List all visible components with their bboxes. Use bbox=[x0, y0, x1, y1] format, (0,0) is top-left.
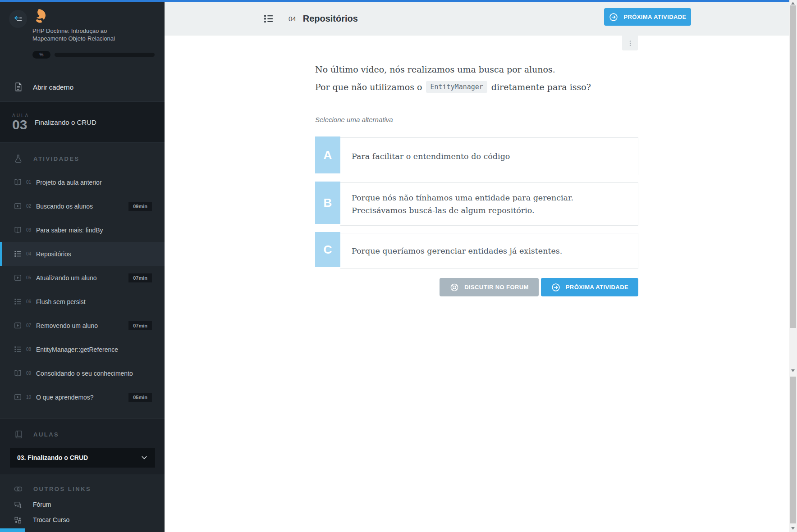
next-activity-label: PRÓXIMA ATIVIDADE bbox=[566, 284, 628, 291]
scrollbar-thumb[interactable] bbox=[790, 5, 796, 328]
activity-item-08[interactable]: 08 EntityManager::getReference bbox=[0, 337, 165, 361]
video-icon bbox=[14, 321, 22, 330]
video-icon bbox=[14, 202, 22, 210]
forum-icon bbox=[14, 500, 22, 509]
activity-label: Projeto da aula anterior bbox=[36, 179, 102, 186]
alternative-c[interactable]: C Porque queríamos gerenciar entidades j… bbox=[315, 232, 638, 270]
question-prefix: Por que não utilizamos o bbox=[315, 82, 422, 92]
activity-label: EntityManager::getReference bbox=[36, 346, 118, 353]
course-title-line2: Mapeamento Objeto-Relacional bbox=[32, 35, 150, 42]
activity-number: 06 bbox=[26, 299, 33, 304]
activity-type-list-icon bbox=[263, 13, 274, 24]
aulas-header-label: AULAS bbox=[33, 431, 59, 438]
activity-number: 07 bbox=[26, 323, 33, 328]
activity-number: 04 bbox=[26, 251, 33, 256]
alternative-b[interactable]: B Porque nós não tínhamos uma entidade p… bbox=[315, 182, 638, 227]
activity-label: Removendo um aluno bbox=[36, 322, 98, 329]
lifebuoy-icon bbox=[449, 282, 459, 292]
activity-number: 01 bbox=[26, 180, 33, 185]
next-activity-button-bottom[interactable]: PRÓXIMA ATIVIDADE bbox=[541, 278, 638, 296]
lesson-select-dropdown[interactable]: 03. Finalizando o CRUD bbox=[10, 448, 155, 468]
activity-item-02[interactable]: 02 Buscando os alunos 09min bbox=[0, 194, 165, 218]
scrollbar-thumb-lower[interactable] bbox=[790, 377, 796, 523]
course-title: PHP Doctrine: Introdução ao Mapeamento O… bbox=[32, 27, 150, 42]
scroll-up-arrow[interactable] bbox=[791, 2, 795, 5]
chevron-down-icon bbox=[141, 454, 148, 461]
duration-badge: 07min bbox=[128, 273, 152, 282]
activity-item-04-selected[interactable]: 04 Repositórios bbox=[0, 242, 165, 266]
bottom-accent-sliver bbox=[0, 528, 25, 532]
activity-item-10[interactable]: 10 O que aprendemos? 05min bbox=[0, 385, 165, 409]
links-icon bbox=[14, 484, 23, 494]
open-notebook-label: Abrir caderno bbox=[33, 83, 73, 91]
sidebar-item-trocar-curso[interactable]: Trocar Curso bbox=[0, 512, 165, 527]
inline-code-chip: EntityManager bbox=[426, 81, 487, 93]
activity-item-03[interactable]: 03 Para saber mais: findBy bbox=[0, 218, 165, 242]
activity-label: Para saber mais: findBy bbox=[36, 227, 103, 234]
activities-header-label: ATIVIDADES bbox=[33, 155, 80, 162]
duration-badge: 09min bbox=[128, 202, 152, 211]
sidebar-collapse-button[interactable] bbox=[9, 10, 27, 28]
activity-label: Consolidando o seu conhecimento bbox=[36, 370, 133, 377]
discuss-forum-label: DISCUTIR NO FORUM bbox=[464, 284, 529, 291]
activity-header-bar: 04 Repositórios PRÓXIMA ATIVIDADE bbox=[165, 2, 789, 36]
next-activity-button-top[interactable]: PRÓXIMA ATIVIDADE bbox=[604, 8, 691, 26]
question-text-line1: No último vídeo, nós realizamos uma busc… bbox=[315, 64, 555, 74]
lesson-select-value: 03. Finalizando o CRUD bbox=[17, 454, 141, 461]
list-icon bbox=[14, 250, 22, 258]
duration-badge: 05min bbox=[128, 393, 152, 402]
activity-label: O que aprendemos? bbox=[36, 394, 94, 401]
forum-label: Fórum bbox=[33, 501, 51, 508]
activities-list: 01 Projeto da aula anterior 02 Buscando … bbox=[0, 170, 165, 409]
next-activity-label: PRÓXIMA ATIVIDADE bbox=[623, 14, 686, 20]
current-lesson-block: AULA 03 Finalizando o CRUD bbox=[0, 101, 165, 143]
arrow-right-circle-icon bbox=[609, 12, 618, 22]
book-open-icon bbox=[14, 369, 22, 377]
alternative-text: Para facilitar o entendimento do código bbox=[340, 137, 638, 175]
discuss-forum-button[interactable]: DISCUTIR NO FORUM bbox=[440, 278, 539, 296]
alternative-letter: C bbox=[315, 232, 340, 267]
flask-icon bbox=[14, 154, 23, 164]
activity-label: Buscando os alunos bbox=[36, 203, 93, 210]
activity-item-01[interactable]: 01 Projeto da aula anterior bbox=[0, 170, 165, 194]
alternative-text-value: Para facilitar o entendimento do código bbox=[352, 150, 510, 163]
alternative-a[interactable]: A Para facilitar o entendimento do códig… bbox=[315, 136, 638, 176]
activity-number: 08 bbox=[26, 347, 33, 352]
activity-item-05[interactable]: 05 Atualizando um aluno 07min bbox=[0, 266, 165, 290]
course-title-line1: PHP Doctrine: Introdução ao bbox=[32, 27, 150, 35]
notebook-icon bbox=[14, 82, 23, 92]
trocar-curso-label: Trocar Curso bbox=[33, 516, 69, 523]
activities-section-header: ATIVIDADES bbox=[0, 150, 165, 167]
other-links-section: OUTROS LINKS Fórum Trocar Curso bbox=[0, 474, 165, 532]
alternative-text: Porque nós não tínhamos uma entidade par… bbox=[340, 182, 638, 226]
activity-item-09[interactable]: 09 Consolidando o seu conhecimento bbox=[0, 361, 165, 385]
lesson-number: 03 bbox=[12, 118, 33, 132]
question-text-line2: Por que não utilizamos o EntityManager d… bbox=[315, 81, 591, 93]
activity-number: 05 bbox=[26, 275, 33, 280]
activity-label: Atualizando um aluno bbox=[36, 274, 97, 282]
alternatives-list: A Para facilitar o entendimento do códig… bbox=[315, 136, 638, 296]
lesson-title: Finalizando o CRUD bbox=[35, 118, 96, 126]
more-options-button[interactable] bbox=[622, 36, 638, 50]
activity-item-06[interactable]: 06 Flush sem persist bbox=[0, 290, 165, 314]
video-icon bbox=[14, 393, 22, 401]
scroll-down-arrow-bottom[interactable] bbox=[791, 527, 795, 530]
open-notebook-button[interactable]: Abrir caderno bbox=[0, 76, 165, 98]
book-closed-icon bbox=[14, 430, 23, 439]
activity-item-07[interactable]: 07 Removendo um aluno 07min bbox=[0, 314, 165, 337]
other-links-header: OUTROS LINKS bbox=[0, 481, 165, 497]
sidebar-item-forum[interactable]: Fórum bbox=[0, 497, 165, 512]
arrow-right-circle-icon bbox=[551, 282, 561, 292]
activity-label: Flush sem persist bbox=[36, 298, 86, 305]
activity-number: 09 bbox=[26, 371, 33, 376]
alternative-text: Porque queríamos gerenciar entidades já … bbox=[340, 233, 638, 269]
question-content-area: No último vídeo, nós realizamos uma busc… bbox=[165, 36, 789, 532]
list-icon bbox=[14, 345, 22, 354]
alternative-letter: A bbox=[315, 136, 340, 173]
vertical-scrollbar[interactable] bbox=[789, 0, 797, 532]
question-suffix: diretamente para isso? bbox=[491, 82, 591, 92]
activity-number: 10 bbox=[26, 395, 33, 400]
aulas-section: AULAS 03. Finalizando o CRUD bbox=[0, 418, 165, 474]
scroll-down-arrow[interactable] bbox=[791, 369, 795, 372]
aulas-section-header: AULAS bbox=[0, 426, 165, 442]
